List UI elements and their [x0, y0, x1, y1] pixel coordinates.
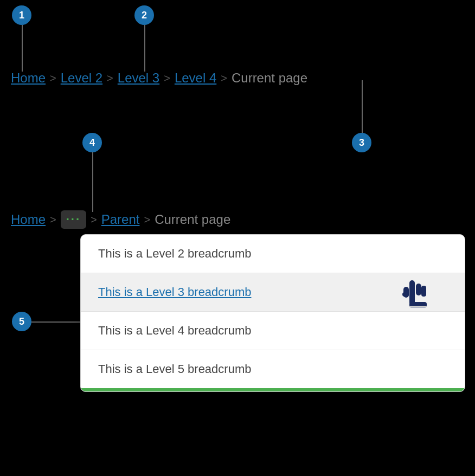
badge-2-line [144, 25, 145, 72]
breadcrumb-level2[interactable]: Level 2 [61, 70, 102, 86]
dropdown-item-3[interactable]: This is a Level 4 breadcrumb [81, 312, 465, 350]
dropdown-item-4[interactable]: This is a Level 5 breadcrumb [81, 350, 465, 388]
svg-rect-7 [409, 306, 427, 307]
svg-rect-5 [402, 292, 409, 297]
badge-5: 5 [12, 312, 31, 331]
sep-2: > [107, 72, 113, 85]
badge-1-line [22, 25, 23, 72]
svg-rect-2 [416, 284, 421, 295]
diagram-area: 1 2 3 4 5 Home > Level 2 > Level 3 > Lev… [0, 0, 475, 476]
breadcrumb-home[interactable]: Home [11, 70, 46, 86]
sep-4: > [221, 72, 227, 85]
breadcrumb-current: Current page [232, 70, 307, 86]
breadcrumb2-parent[interactable]: Parent [101, 212, 140, 227]
dropdown-panel: This is a Level 2 breadcrumb This is a L… [80, 234, 465, 392]
sep2-3: > [144, 214, 150, 226]
svg-rect-4 [421, 286, 426, 297]
ellipsis-button[interactable]: ··· [61, 210, 86, 229]
breadcrumb-row1: Home > Level 2 > Level 3 > Level 4 > Cur… [11, 70, 307, 86]
badge-3: 3 [352, 133, 371, 152]
badge-5-line [31, 321, 84, 323]
dropdown-item-1[interactable]: This is a Level 2 breadcrumb [81, 235, 465, 273]
svg-rect-1 [409, 280, 415, 293]
sep-3: > [164, 72, 170, 85]
dropdown-item-2[interactable]: This is a Level 3 breadcrumb [81, 273, 465, 312]
breadcrumb-level3[interactable]: Level 3 [118, 70, 159, 86]
badge-4-line [92, 152, 93, 212]
breadcrumb2-current: Current page [155, 212, 230, 227]
badge-4: 4 [82, 133, 102, 152]
breadcrumb-row2: Home > ··· > Parent > Current page [11, 210, 230, 229]
sep-1: > [50, 72, 56, 85]
sep2-1: > [50, 214, 56, 226]
hand-cursor-icon [400, 275, 432, 310]
sep2-2: > [91, 214, 97, 226]
breadcrumb2-home[interactable]: Home [11, 212, 46, 227]
breadcrumb-level4[interactable]: Level 4 [175, 70, 216, 86]
badge-3-line [362, 80, 363, 133]
badge-1: 1 [12, 5, 31, 25]
badge-2: 2 [134, 5, 154, 25]
